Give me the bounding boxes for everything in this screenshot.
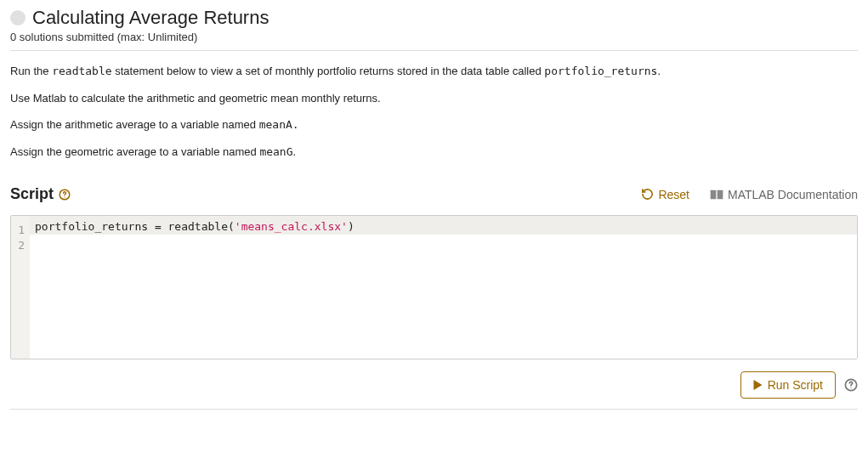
page-title: Calculating Average Returns bbox=[32, 7, 269, 29]
reset-label: Reset bbox=[658, 188, 689, 201]
code-line-2 bbox=[30, 235, 857, 250]
svg-marker-4 bbox=[753, 380, 762, 390]
divider bbox=[10, 50, 858, 51]
run-help-icon[interactable] bbox=[844, 378, 858, 392]
editor-gutter: 1 2 bbox=[11, 216, 30, 359]
instruction-line-2: Use Matlab to calculate the arithmetic a… bbox=[10, 90, 858, 107]
svg-point-1 bbox=[64, 196, 65, 197]
code-line-1: portfolio_returns = readtable('means_cal… bbox=[30, 216, 857, 235]
code-portfolio-returns: portfolio_returns bbox=[544, 65, 657, 77]
code-meanG: meanG bbox=[259, 145, 292, 158]
instructions-block: Run the readtable statement below to vie… bbox=[10, 63, 858, 160]
page-header: Calculating Average Returns bbox=[10, 7, 858, 29]
script-section-header: Script Reset MATLAB Documentation bbox=[10, 185, 858, 203]
code-meanA: meanA. bbox=[259, 118, 299, 131]
svg-point-6 bbox=[850, 388, 851, 388]
editor-code-area[interactable]: portfolio_returns = readtable('means_cal… bbox=[30, 216, 857, 359]
bottom-divider bbox=[10, 409, 858, 410]
solutions-subtitle: 0 solutions submitted (max: Unlimited) bbox=[10, 31, 858, 43]
code-readtable: readtable bbox=[52, 65, 111, 77]
help-icon[interactable] bbox=[59, 189, 71, 201]
instruction-line-4: Assign the geometric average to a variab… bbox=[10, 144, 858, 161]
string-literal: 'means_calc.xlsx' bbox=[235, 220, 348, 233]
matlab-docs-label: MATLAB Documentation bbox=[728, 188, 858, 201]
instruction-line-1: Run the readtable statement below to vie… bbox=[10, 63, 858, 80]
run-script-button[interactable]: Run Script bbox=[740, 371, 836, 399]
run-script-label: Run Script bbox=[768, 378, 823, 392]
line-number: 2 bbox=[14, 238, 25, 253]
reset-button[interactable]: Reset bbox=[641, 188, 689, 201]
script-heading: Script bbox=[10, 185, 71, 203]
code-editor[interactable]: 1 2 portfolio_returns = readtable('means… bbox=[10, 215, 858, 359]
line-number: 1 bbox=[14, 219, 25, 238]
svg-rect-3 bbox=[718, 190, 723, 199]
instruction-line-3: Assign the arithmetic average to a varia… bbox=[10, 116, 858, 133]
matlab-docs-link[interactable]: MATLAB Documentation bbox=[710, 188, 858, 201]
svg-rect-2 bbox=[711, 190, 717, 199]
status-dot-icon bbox=[10, 10, 26, 25]
